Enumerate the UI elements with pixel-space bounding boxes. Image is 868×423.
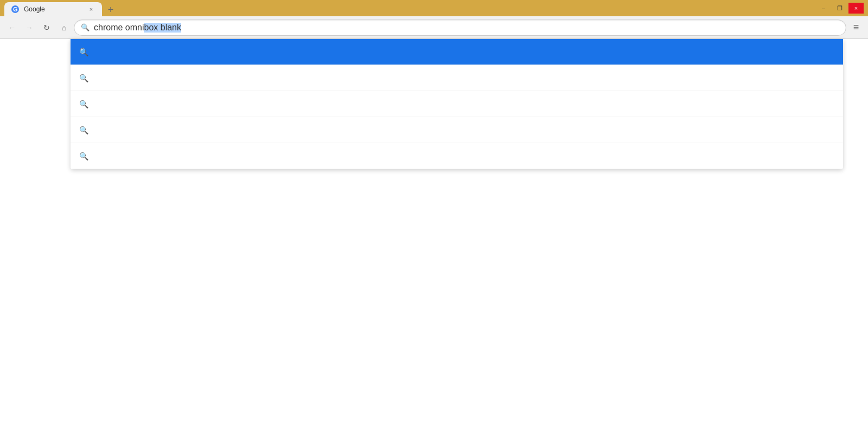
new-tab-button[interactable]: + [104, 3, 117, 16]
chrome-menu-button[interactable]: ≡ [848, 20, 864, 35]
search-icon-2: 🔍 [79, 100, 88, 108]
window-controls: – ❐ × [816, 3, 864, 14]
svg-text:G: G [13, 6, 18, 12]
autocomplete-item-2[interactable]: 🔍 [71, 91, 843, 117]
reload-button[interactable]: ↻ [39, 20, 54, 35]
browser-toolbar: ← → ↻ ⌂ 🔍 chrome omnibox blank ≡ [0, 16, 868, 39]
close-window-button[interactable]: × [848, 3, 864, 14]
autocomplete-item-3[interactable]: 🔍 [71, 117, 843, 143]
autocomplete-item-1[interactable]: 🔍 [71, 65, 843, 91]
home-button[interactable]: ⌂ [56, 20, 72, 35]
search-icon-3: 🔍 [79, 126, 88, 134]
search-icon-0: 🔍 [79, 48, 88, 56]
back-button[interactable]: ← [4, 20, 20, 35]
title-bar: G Google × + – ❐ × [0, 0, 868, 16]
search-icon-4: 🔍 [79, 152, 88, 161]
minimize-button[interactable]: – [816, 3, 831, 14]
browser-tab[interactable]: G Google × [4, 2, 102, 16]
tab-favicon: G [11, 5, 20, 14]
forward-button[interactable]: → [22, 20, 37, 35]
tab-close-button[interactable]: × [87, 5, 95, 14]
search-icon: 🔍 [81, 23, 90, 31]
autocomplete-dropdown: 🔍 🔍 🔍 🔍 🔍 [71, 39, 843, 169]
tab-title: Google [24, 5, 82, 13]
address-text-normal: chrome omni [94, 23, 144, 33]
search-icon-1: 🔍 [79, 74, 88, 82]
address-text-selected: box blank [144, 23, 181, 33]
tab-strip: G Google × + [4, 0, 117, 16]
address-bar[interactable]: 🔍 chrome omnibox blank [74, 20, 846, 36]
autocomplete-item-4[interactable]: 🔍 [71, 143, 843, 169]
restore-button[interactable]: ❐ [832, 3, 847, 14]
autocomplete-item-0[interactable]: 🔍 [71, 39, 843, 65]
